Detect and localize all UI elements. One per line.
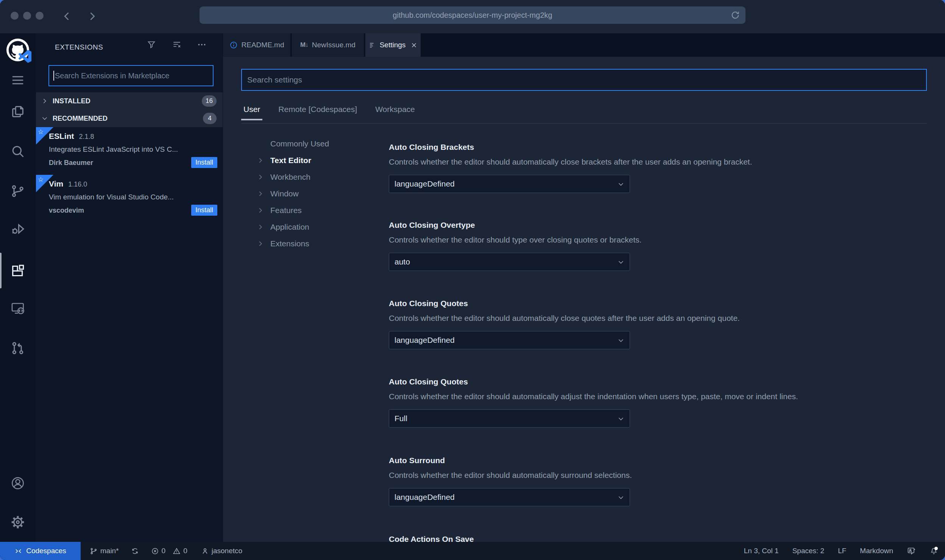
close-icon[interactable] [411,42,417,48]
forward-button[interactable] [86,10,98,23]
star-icon: ☆ [38,176,44,184]
eol-sequence[interactable]: LF [838,547,846,555]
setting-description: Controls whether the editor should autom… [389,471,942,480]
install-button[interactable]: Install [191,205,217,216]
recommended-count-badge: 4 [203,113,217,124]
tab-newissue[interactable]: M↓ NewIssue.md [292,33,364,57]
toc-application[interactable]: Application [256,219,329,235]
address-bar[interactable]: github.com/codespaces/user-my-project-mg… [200,6,745,24]
tune-icon [369,42,376,49]
source-control-icon[interactable] [10,184,25,199]
window-zoom-button[interactable] [36,12,44,20]
tab-label: README.md [242,41,284,49]
section-label: RECOMMENDED [53,115,108,123]
extension-author: Dirk Baeumer [49,159,93,167]
scope-tab-user[interactable]: User [241,105,262,120]
setting-dropdown[interactable]: auto [389,253,630,271]
setting-dropdown[interactable]: languageDefined [389,175,630,193]
toc-workbench[interactable]: Workbench [256,169,329,185]
install-button[interactable]: Install [191,157,217,168]
sync-status[interactable] [131,547,139,555]
setting-dropdown[interactable]: languageDefined [389,488,630,506]
search-icon[interactable] [10,144,25,159]
vscode-logo-icon [19,50,31,63]
extension-item-eslint[interactable]: ☆ ESLint 2.1.8 Integrates ESLint JavaScr… [36,127,223,175]
window-minimize-button[interactable] [23,12,31,20]
chevron-down-icon [41,114,49,123]
explorer-icon[interactable] [10,104,25,119]
status-bar: Codespaces main* 0 0 [0,542,945,560]
remote-explorer-icon[interactable] [10,301,25,316]
scope-divider [241,123,927,124]
section-installed[interactable]: INSTALLED 16 [36,92,223,110]
extension-description: Vim emulation for Visual Studio Code... [49,193,215,201]
chevron-down-icon [617,336,625,345]
more-actions-icon[interactable] [197,40,207,50]
account-icon[interactable] [10,476,25,491]
scope-tab-remote[interactable]: Remote [Codespaces] [276,105,359,120]
filter-icon[interactable] [147,40,156,50]
tab-label: NewIssue.md [312,41,356,49]
settings-gear-icon[interactable] [10,515,25,530]
extensions-icon[interactable] [10,263,25,278]
language-mode[interactable]: Markdown [860,547,893,555]
setting-title: Auto Closing Brackets [389,143,942,152]
section-label: INSTALLED [53,97,90,105]
section-recommended[interactable]: RECOMMENDED 4 [36,110,223,127]
git-branch-icon [90,547,98,555]
setting-title: Code Actions On Save [389,535,942,544]
chevron-down-icon [617,493,625,502]
toc-features[interactable]: Features [256,202,329,219]
window-close-button[interactable] [11,12,19,20]
dropdown-value: languageDefined [395,179,455,188]
chevron-right-icon [256,156,270,165]
warning-count: 0 [183,547,187,555]
clear-filter-icon[interactable] [172,40,182,50]
toc-extensions[interactable]: Extensions [256,235,329,252]
github-codespaces-logo [6,39,29,61]
tab-readme[interactable]: README.md [223,33,290,57]
dropdown-value: auto [395,257,410,266]
problems-status[interactable]: 0 0 [151,547,187,555]
branch-name: main* [100,547,119,555]
setting-auto-closing-quotes-2: Auto Closing Quotes Controls whether the… [389,377,942,428]
window-controls [11,12,44,20]
extension-name: Vim [49,179,63,188]
feedback-icon[interactable] [907,546,916,555]
dropdown-value: languageDefined [395,493,455,502]
setting-dropdown[interactable]: languageDefined [389,331,630,349]
panel-title: EXTENSIONS [55,43,103,51]
scope-tab-workspace[interactable]: Workspace [373,105,417,120]
cursor-position[interactable]: Ln 3, Col 1 [744,547,779,555]
branch-status[interactable]: main* [90,547,119,555]
setting-dropdown[interactable]: Full [389,409,630,428]
setting-description: Controls whether the editor should autom… [389,314,942,323]
toc-text-editor[interactable]: Text Editor [256,152,329,169]
extensions-search-input[interactable] [48,65,214,86]
toc-window[interactable]: Window [256,185,329,202]
notifications-bell-icon[interactable] [929,547,938,555]
menu-icon[interactable] [10,73,25,88]
editor-area: README.md M↓ NewIssue.md Settings [223,33,945,542]
setting-auto-closing-overtype: Auto Closing Overtype Controls whether t… [389,221,942,271]
setting-title: Auto Surround [389,456,942,465]
tab-settings[interactable]: Settings [365,33,421,57]
chevron-down-icon [617,258,625,266]
pull-request-icon[interactable] [10,341,25,356]
browser-chrome: github.com/codespaces/user-my-project-mg… [0,0,945,33]
chevron-right-icon [256,173,270,181]
setting-code-actions-on-save: Code Actions On Save [389,535,942,544]
setting-title: Auto Closing Quotes [389,299,942,308]
extension-item-vim[interactable]: ☆ Vim 1.16.0 Vim emulation for Visual St… [36,175,223,222]
codespaces-status-button[interactable]: Codespaces [0,542,81,560]
run-debug-icon[interactable] [10,221,25,236]
setting-auto-closing-brackets: Auto Closing Brackets Controls whether t… [389,143,942,193]
back-button[interactable] [61,10,73,23]
settings-search-input[interactable] [241,69,927,91]
warning-icon [173,547,181,555]
reload-icon[interactable] [730,10,740,20]
setting-auto-surround: Auto Surround Controls whether the edito… [389,456,942,506]
user-status[interactable]: jasonetco [201,547,242,555]
indentation[interactable]: Spaces: 2 [792,547,825,555]
toc-commonly-used[interactable]: Commonly Used [256,135,329,152]
